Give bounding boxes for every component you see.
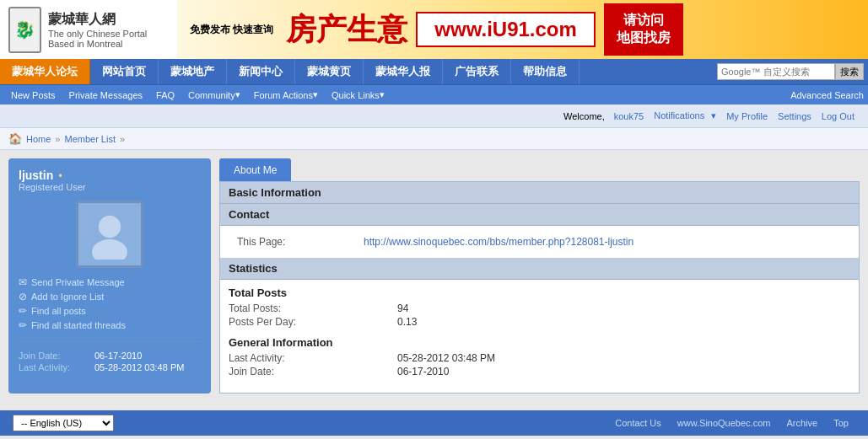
nav-news[interactable]: 新闻中心 xyxy=(227,59,295,84)
total-posts-row: Total Posts: 94 xyxy=(229,302,850,314)
sub-navigation: New Posts Private Messages FAQ Community… xyxy=(0,84,868,104)
tab-about-me[interactable]: About Me xyxy=(219,158,291,181)
contact-us-link[interactable]: Contact Us xyxy=(615,418,660,428)
subnav-new-posts[interactable]: New Posts xyxy=(4,85,62,105)
profile-content-panel: About Me Basic Information Contact This … xyxy=(219,158,860,393)
notifications-label: Notifications xyxy=(654,110,704,120)
find-posts-label: Find all posts xyxy=(31,306,86,316)
total-posts-label: Total Posts: xyxy=(229,302,397,314)
user-info: Join Date: 06-17-2010 Last Activity: 05-… xyxy=(19,341,201,372)
general-information-title: General Information xyxy=(229,336,850,349)
ignore-icon: ⊘ xyxy=(19,291,27,302)
posts-per-day-value: 0.13 xyxy=(397,316,417,328)
join-date-label: Join Date: xyxy=(19,351,94,361)
find-threads-label: Find all started threads xyxy=(31,320,126,330)
my-profile-link[interactable]: My Profile xyxy=(726,111,768,121)
threads-icon: ✏ xyxy=(19,319,27,331)
advertisement-banner[interactable]: 免费发布 快速查询 房产生意 www.iU91.com 请访问 地图找房 xyxy=(177,0,868,59)
search-area: 搜索 xyxy=(717,63,868,80)
nav-newspaper[interactable]: 蒙城华人报 xyxy=(364,59,443,84)
contact-table: This Page: http://www.sinoquebec.com/bbs… xyxy=(229,233,850,251)
subnav-faq[interactable]: FAQ xyxy=(149,85,181,105)
send-pm-label: Send Private Message xyxy=(31,277,125,287)
stat-join-date-label: Join Date: xyxy=(229,366,397,377)
svg-point-1 xyxy=(92,239,127,260)
find-all-posts-link[interactable]: ✏ Find all posts xyxy=(19,305,201,317)
footer-links: Contact Us www.SinoQuebec.com Archive To… xyxy=(608,418,855,428)
top-link[interactable]: Top xyxy=(833,418,849,428)
user-sidebar: ljustin • Registered User ✉ Send Private… xyxy=(8,158,211,393)
basic-information-header: Basic Information xyxy=(220,182,859,204)
find-started-threads-link[interactable]: ✏ Find all started threads xyxy=(19,319,201,331)
site-title: 蒙城華人網 xyxy=(48,11,169,29)
search-input[interactable] xyxy=(717,63,835,80)
ad-main-text: 房产生意 xyxy=(286,9,407,51)
profile-url-link[interactable]: http://www.sinoquebec.com/bbs/member.php… xyxy=(364,236,633,248)
contact-body: This Page: http://www.sinoquebec.com/bbs… xyxy=(220,226,859,258)
ad-right-line1: 请访问 xyxy=(623,12,664,29)
home-icon: 🏠 xyxy=(8,132,22,145)
nav-help[interactable]: 帮助信息 xyxy=(511,59,580,84)
nav-forum[interactable]: 蒙城华人论坛 xyxy=(0,59,90,84)
search-button[interactable]: 搜索 xyxy=(835,63,864,80)
stat-last-activity-label: Last Activity: xyxy=(229,352,397,364)
tab-bar: About Me xyxy=(219,158,860,181)
archive-link[interactable]: Archive xyxy=(787,418,818,428)
stat-join-date-row: Join Date: 06-17-2010 xyxy=(229,366,850,377)
envelope-icon: ✉ xyxy=(19,276,27,288)
nav-home[interactable]: 网站首页 xyxy=(90,59,159,84)
advanced-search-link[interactable]: Advanced Search xyxy=(790,90,864,100)
breadcrumb-separator2: » xyxy=(120,134,125,144)
language-select[interactable]: -- English (US) xyxy=(13,415,114,431)
user-role: Registered User xyxy=(19,182,201,192)
website-link[interactable]: www.SinoQuebec.com xyxy=(677,418,771,428)
site-subtitle: The only Chinese Portal Based in Montrea… xyxy=(48,29,169,49)
add-to-ignore-list-link[interactable]: ⊘ Add to Ignore List xyxy=(19,291,201,302)
posts-icon: ✏ xyxy=(19,305,27,317)
username-text: ljustin xyxy=(19,169,53,182)
logout-link[interactable]: Log Out xyxy=(822,111,855,121)
this-page-url: http://www.sinoquebec.com/bbs/member.php… xyxy=(355,233,850,251)
nav-realestate[interactable]: 蒙城地产 xyxy=(159,59,227,84)
welcome-text: Welcome, xyxy=(563,111,605,121)
banner: 🐉 蒙城華人網 The only Chinese Portal Based in… xyxy=(0,0,868,59)
send-private-message-link[interactable]: ✉ Send Private Message xyxy=(19,276,201,288)
posts-per-day-label: Posts Per Day: xyxy=(229,316,397,328)
sidebar-username: ljustin • xyxy=(19,169,201,182)
subnav-quick-links[interactable]: Quick Links xyxy=(325,85,391,105)
contact-header: Contact xyxy=(220,204,859,226)
total-posts-value: 94 xyxy=(397,302,408,314)
profile-content: Basic Information Contact This Page: htt… xyxy=(219,181,860,393)
table-row: This Page: http://www.sinoquebec.com/bbs… xyxy=(229,233,850,251)
join-date-value: 06-17-2010 xyxy=(94,351,142,361)
ignore-label: Add to Ignore List xyxy=(31,292,104,302)
last-activity-value: 05-28-2012 03:48 PM xyxy=(94,362,184,372)
breadcrumb-separator: » xyxy=(55,134,60,144)
stat-join-date-value: 06-17-2010 xyxy=(397,366,449,377)
total-posts-group: Total Posts Total Posts: 94 Posts Per Da… xyxy=(229,286,850,328)
notifications-link[interactable]: Notifications ▾ xyxy=(654,110,716,121)
svg-point-0 xyxy=(99,216,121,238)
main-navigation: 蒙城华人论坛 网站首页 蒙城地产 新闻中心 蒙城黄页 蒙城华人报 广告联系 帮助… xyxy=(0,59,868,84)
breadcrumb: 🏠 Home » Member List » xyxy=(0,128,868,150)
subnav-private-messages[interactable]: Private Messages xyxy=(62,85,149,105)
user-actions: ✉ Send Private Message ⊘ Add to Ignore L… xyxy=(19,276,201,331)
breadcrumb-home[interactable]: Home xyxy=(26,134,51,144)
avatar xyxy=(76,201,143,268)
subnav-forum-actions[interactable]: Forum Actions xyxy=(247,85,325,105)
statistics-header: Statistics xyxy=(220,258,859,280)
footer: -- English (US) Contact Us www.SinoQuebe… xyxy=(0,410,868,436)
nav-yellowpages[interactable]: 蒙城黄页 xyxy=(295,59,364,84)
ad-right-button[interactable]: 请访问 地图找房 xyxy=(604,3,683,56)
stat-last-activity-row: Last Activity: 05-28-2012 03:48 PM xyxy=(229,352,850,364)
general-info-group: General Information Last Activity: 05-28… xyxy=(229,336,850,377)
nav-advertising[interactable]: 广告联系 xyxy=(443,59,511,84)
welcome-username[interactable]: kouk75 xyxy=(614,111,644,121)
settings-link[interactable]: Settings xyxy=(778,111,811,121)
subnav-community[interactable]: Community xyxy=(181,85,247,105)
stat-last-activity-value: 05-28-2012 03:48 PM xyxy=(397,352,495,364)
last-activity-label: Last Activity: xyxy=(19,362,94,372)
breadcrumb-member-list[interactable]: Member List xyxy=(64,134,116,144)
statistics-body: Total Posts Total Posts: 94 Posts Per Da… xyxy=(220,280,859,393)
ad-right-icon: 地图找房 xyxy=(617,29,671,47)
